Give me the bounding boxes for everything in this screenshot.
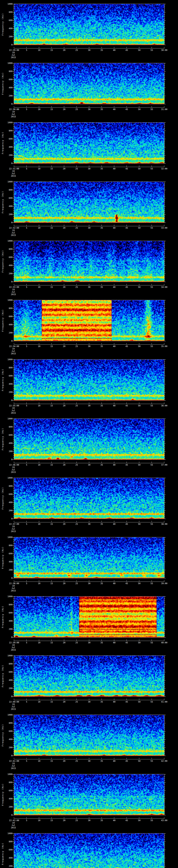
x-tick-label: 45 (123, 227, 130, 229)
tick-mark (165, 366, 165, 366)
tick-mark (12, 222, 14, 223)
y-axis-title: Frequency (Hz) (2, 428, 4, 450)
tick-mark (12, 672, 14, 672)
spectrogram-panel: Frequency (Hz) 02004006008001000 5101520… (0, 715, 178, 774)
tick-mark (101, 402, 102, 404)
x-axis-end-time: 43:00 (155, 819, 173, 822)
y-tick-label: 1000 (0, 595, 12, 598)
tick-mark (89, 521, 89, 522)
tick-mark (126, 284, 127, 285)
y-tick-label: 0 (0, 695, 12, 698)
x-tick-label: 35 (98, 642, 106, 644)
x-tick-label: 10 (35, 701, 43, 703)
tick-mark (12, 400, 14, 401)
tick-mark (165, 852, 165, 852)
tick-mark (101, 462, 102, 463)
x-axis-end-time: 36:00 (155, 404, 173, 407)
tick-mark (165, 216, 165, 217)
tick-mark (114, 817, 114, 818)
tick-mark (139, 817, 139, 818)
tick-mark (12, 799, 14, 799)
tick-mark (165, 786, 165, 787)
x-tick-label: 30 (85, 167, 93, 170)
y-tick-label: 400 (0, 857, 12, 859)
tick-mark (165, 208, 165, 209)
tick-mark (165, 725, 165, 725)
tick-mark (12, 139, 14, 139)
x-axis-date-line: 19 (6, 111, 21, 113)
tick-mark (12, 182, 14, 182)
spectrogram-canvas (14, 833, 164, 868)
tick-mark (139, 165, 139, 167)
tick-mark (165, 194, 165, 194)
tick-mark (165, 220, 165, 221)
x-tick-label: 25 (73, 819, 81, 822)
tick-mark (12, 833, 14, 834)
x-tick-label: 40 (110, 227, 118, 229)
tick-mark (165, 502, 166, 503)
y-tick-label: 800 (0, 722, 12, 724)
spectrogram-canvas (14, 123, 164, 163)
tick-mark (165, 513, 165, 513)
x-tick-label: 5 (23, 345, 30, 347)
tick-mark (12, 206, 14, 207)
y-tick-label: 800 (0, 189, 12, 191)
y-axis-title: Frequency (Hz) (2, 724, 4, 746)
x-tick-label: 20 (60, 760, 68, 762)
x-tick-label: 15 (48, 819, 55, 822)
x-tick-label: 20 (60, 227, 68, 229)
y-tick-label: 600 (0, 197, 12, 199)
x-tick-label: 55 (148, 701, 155, 703)
y-tick-label: 1000 (0, 654, 12, 657)
spectrogram-panel: Frequency (Hz) 02004006008001000 5101520… (0, 596, 178, 656)
tick-mark (89, 47, 89, 48)
x-tick-label: 5 (23, 701, 30, 703)
y-tick-label: 1000 (0, 240, 12, 242)
x-tick-label: 40 (110, 523, 118, 525)
y-tick-label: 1000 (0, 181, 12, 183)
y-tick-label: 600 (0, 671, 12, 673)
y-tick-label: 200 (0, 95, 12, 97)
x-axis-start-time: 22:39:00 (5, 642, 23, 644)
plot-area (14, 833, 165, 868)
tick-mark (12, 478, 14, 478)
tick-mark (165, 278, 165, 278)
x-axis-date-line: Jul (6, 469, 21, 471)
tick-mark (165, 637, 166, 638)
x-axis-date-line: 19 (6, 762, 21, 765)
x-tick-label: 15 (48, 345, 55, 347)
tick-mark (165, 368, 166, 368)
tick-mark (12, 739, 14, 740)
tick-mark (165, 602, 165, 603)
tick-mark (165, 14, 165, 14)
y-tick-label: 800 (0, 11, 12, 13)
y-tick-label: 200 (0, 35, 12, 38)
y-tick-label: 800 (0, 485, 12, 487)
x-axis-date-line: 19 (6, 644, 21, 646)
y-tick-label: 400 (0, 798, 12, 800)
x-axis-date-line: 2015 (6, 175, 21, 177)
y-axis-title: Frequency (Hz) (2, 191, 4, 213)
tick-mark (165, 67, 165, 67)
x-tick-label: 30 (85, 286, 93, 288)
tick-mark (12, 20, 14, 21)
x-tick-label: 45 (123, 404, 130, 407)
x-axis-line (14, 404, 165, 404)
tick-mark (26, 758, 27, 759)
tick-mark (89, 462, 89, 463)
tick-mark (165, 508, 165, 509)
plot-area (14, 300, 165, 341)
tick-mark (165, 568, 165, 568)
x-tick-label: 30 (85, 227, 93, 229)
x-tick-label: 20 (60, 167, 68, 170)
tick-mark (165, 249, 166, 249)
tick-mark (165, 102, 165, 102)
tick-mark (165, 788, 165, 789)
x-axis-start-time: 22:33:00 (5, 286, 23, 288)
x-tick-label: 10 (35, 582, 43, 585)
tick-mark (26, 284, 27, 285)
tick-mark (12, 790, 14, 791)
tick-mark (165, 625, 165, 625)
tick-mark (165, 337, 165, 337)
tick-mark (126, 521, 127, 522)
